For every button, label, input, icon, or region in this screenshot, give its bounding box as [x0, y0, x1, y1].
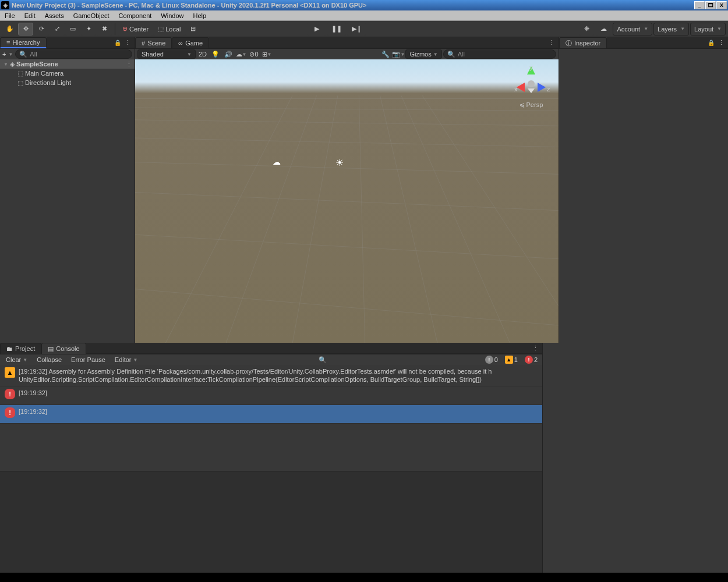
- move-tool[interactable]: ✥: [18, 23, 33, 36]
- custom-tool[interactable]: ✖: [97, 23, 112, 36]
- more-icon[interactable]: ⋮: [126, 61, 132, 68]
- tree-item-camera[interactable]: ⬚ Main Camera: [0, 69, 135, 78]
- menu-assets[interactable]: Assets: [40, 11, 69, 20]
- layers-dropdown[interactable]: Layers▼: [653, 23, 689, 36]
- tab-hierarchy[interactable]: ≡Hierarchy: [0, 37, 47, 48]
- tab-inspector[interactable]: ⓘInspector: [559, 37, 607, 48]
- layout-dropdown[interactable]: Layout▼: [690, 23, 726, 36]
- audio-icon: 🔊: [224, 51, 232, 58]
- search-icon[interactable]: 🔍: [319, 356, 327, 364]
- tree-item-light[interactable]: ⬚ Directional Light: [0, 78, 135, 87]
- wrench-icon: 🔧: [381, 51, 390, 58]
- light-gizmo-icon[interactable]: ☀: [335, 157, 344, 168]
- fx-icon: ☁: [236, 51, 242, 58]
- tab-scene[interactable]: #Scene: [135, 37, 172, 48]
- hidden-toggle[interactable]: ⊘0: [248, 49, 260, 59]
- chevron-down-icon[interactable]: ▼: [8, 52, 13, 57]
- scene-panel: #Scene ∞Game ⋮ Shaded▼ 2D 💡 🔊 ☁▼ ⊘0 ⊞▼ 🔧…: [135, 37, 559, 343]
- console-editor-dropdown[interactable]: Editor ▼: [111, 355, 142, 364]
- warning-icon: ▲: [5, 367, 15, 378]
- more-icon[interactable]: ⋮: [125, 39, 131, 47]
- tab-console[interactable]: ▤Console: [41, 343, 86, 354]
- x-axis-icon[interactable]: [517, 83, 525, 92]
- svg-line-8: [165, 95, 292, 343]
- more-icon[interactable]: ⋮: [532, 345, 539, 352]
- move-icon: ✥: [23, 25, 29, 33]
- menubar: File Edit Assets GameObject Component Wi…: [0, 10, 728, 21]
- tab-game[interactable]: ∞Game: [172, 37, 209, 48]
- lighting-toggle[interactable]: 💡: [210, 49, 221, 59]
- svg-point-15: [528, 80, 535, 87]
- snap-button[interactable]: ⊞: [185, 23, 200, 36]
- light-settings-button[interactable]: ❋: [579, 23, 594, 36]
- menu-gameobject[interactable]: GameObject: [69, 11, 114, 20]
- console-log-list: ▲ [19:19:32] Assembly for Assembly Defin…: [0, 365, 542, 471]
- scale-tool[interactable]: ⤢: [50, 23, 65, 36]
- error-icon: !: [5, 407, 15, 418]
- close-button[interactable]: X: [716, 1, 727, 9]
- bulb-icon: 💡: [211, 51, 220, 58]
- 2d-toggle[interactable]: 2D: [197, 49, 208, 59]
- svg-line-1: [135, 108, 559, 111]
- bottom-divider: [0, 573, 728, 582]
- hand-tool[interactable]: ✋: [2, 23, 17, 36]
- collab-button[interactable]: ☁: [596, 23, 611, 36]
- rect-tool[interactable]: ▭: [65, 23, 80, 36]
- pause-button[interactable]: ❚❚: [327, 23, 346, 36]
- create-button[interactable]: +: [2, 51, 6, 58]
- tree-scene-root[interactable]: ▼ ◈ SampleScene⋮: [0, 59, 135, 69]
- console-errorpause-button[interactable]: Error Pause: [68, 355, 109, 364]
- console-error-filter[interactable]: !2: [522, 355, 540, 364]
- z-axis-icon[interactable]: [538, 83, 546, 92]
- maximize-button[interactable]: 🗖: [705, 1, 716, 9]
- menu-file[interactable]: File: [0, 11, 20, 20]
- play-button[interactable]: ▶: [308, 23, 326, 36]
- audio-toggle[interactable]: 🔊: [222, 49, 234, 59]
- grid-icon: ⊞: [262, 51, 267, 58]
- pivot-toggle[interactable]: ⊕ Center: [118, 23, 153, 36]
- console-log-row[interactable]: ! [19:19:32]: [0, 386, 542, 405]
- menu-component[interactable]: Component: [114, 11, 156, 20]
- tab-project[interactable]: 🖿Project: [0, 343, 41, 354]
- console-info-filter[interactable]: !0: [483, 355, 500, 364]
- scene-search[interactable]: 🔍All: [443, 49, 556, 59]
- cube-icon: ⬚: [17, 70, 23, 77]
- inspector-panel: ⓘInspector 🔒⋮: [559, 37, 728, 343]
- hierarchy-search[interactable]: 🔍All: [15, 49, 132, 59]
- tools-button[interactable]: 🔧: [380, 49, 391, 59]
- minimize-button[interactable]: _: [694, 1, 705, 9]
- rotate-tool[interactable]: ⟳: [34, 23, 49, 36]
- menu-help[interactable]: Help: [188, 11, 211, 20]
- chevron-down-icon: ▼: [680, 26, 685, 31]
- step-icon: ▶❙: [352, 25, 362, 33]
- console-warn-filter[interactable]: ▲1: [503, 355, 520, 364]
- console-clear-button[interactable]: Clear ▼: [2, 355, 31, 364]
- camera-button[interactable]: 📷▼: [393, 49, 404, 59]
- search-icon: 🔍: [447, 51, 455, 58]
- console-log-row[interactable]: ▲ [19:19:32] Assembly for Assembly Defin…: [0, 365, 542, 386]
- lock-icon[interactable]: 🔒: [708, 40, 715, 46]
- pause-icon: ❚❚: [331, 25, 342, 33]
- svg-text:y: y: [529, 64, 533, 71]
- console-collapse-button[interactable]: Collapse: [33, 355, 65, 364]
- gizmos-dropdown[interactable]: Gizmos ▼: [405, 49, 441, 59]
- lock-icon[interactable]: 🔒: [114, 40, 121, 46]
- scale-icon: ⤢: [55, 25, 60, 33]
- grid-toggle[interactable]: ⊞▼: [261, 49, 273, 59]
- orientation-gizmo[interactable]: y x z ≼ Persp: [511, 65, 552, 112]
- more-icon[interactable]: ⋮: [718, 39, 725, 47]
- menu-window[interactable]: Window: [156, 11, 188, 20]
- more-icon[interactable]: ⋮: [549, 39, 555, 47]
- console-log-row[interactable]: ! [19:19:32]: [0, 405, 542, 424]
- account-dropdown[interactable]: Account▼: [613, 23, 652, 36]
- scene-viewport[interactable]: ☁ ☀ y x z ≼ Persp: [135, 59, 559, 343]
- camera-gizmo-icon[interactable]: ☁: [273, 157, 281, 166]
- shading-dropdown[interactable]: Shaded▼: [137, 49, 196, 59]
- step-button[interactable]: ▶❙: [347, 23, 366, 36]
- perspective-label[interactable]: ≼ Persp: [511, 101, 552, 109]
- error-icon: !: [525, 356, 533, 364]
- space-toggle[interactable]: ⬚ Local: [153, 23, 185, 36]
- menu-edit[interactable]: Edit: [20, 11, 40, 20]
- fx-toggle[interactable]: ☁▼: [235, 49, 247, 59]
- transform-tool[interactable]: ✦: [81, 23, 96, 36]
